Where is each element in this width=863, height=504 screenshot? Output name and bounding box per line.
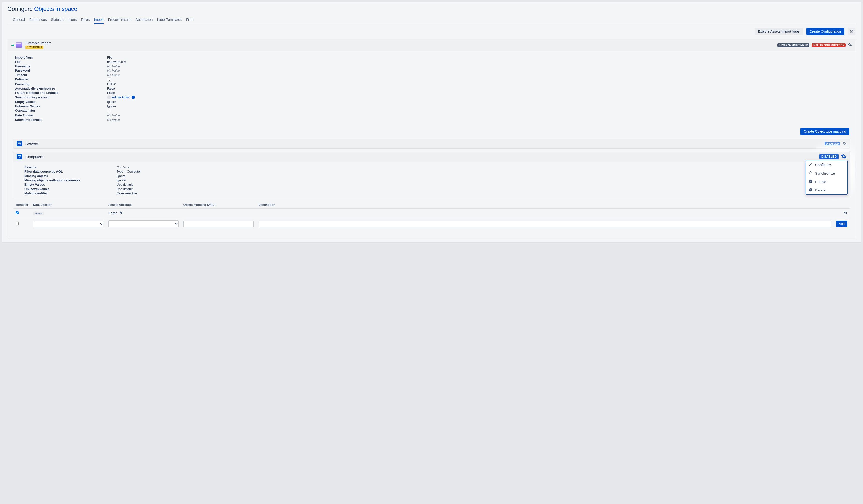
field-value: hardware.csv [107,60,126,64]
tab-icons[interactable]: Icons [68,16,77,24]
data-locator-select[interactable] [33,221,103,227]
field-value: No Value [107,64,120,68]
field-value: No Value [116,165,129,169]
menu-item-configure[interactable]: Configure [806,160,848,169]
field-value: - [107,109,111,113]
field-row: Date/Time FormatNo Value [15,118,849,122]
field-row: Failure Notifications EnabledFalse [15,91,849,95]
field-row: Missing objectsIgnore [24,174,843,178]
object-mapping-input[interactable] [184,221,254,227]
field-label: Selector [24,165,116,169]
computer-icon [17,154,22,159]
field-label: Automatically synchronize [15,87,107,90]
tab-automation[interactable]: Automation [136,16,153,24]
field-row: Match IdentifierCase sensitive [24,191,843,196]
tab-bar: GeneralReferencesStatusesIconsRolesImpor… [8,15,855,24]
tab-references[interactable]: References [29,16,47,24]
field-row: UsernameNo Value [15,64,849,68]
field-row: Empty ValuesIgnore [15,100,849,104]
field-value: No Value [107,114,120,117]
menu-item-delete[interactable]: Delete [806,186,848,194]
tab-files[interactable]: Files [186,16,193,24]
menu-item-synchronize[interactable]: Synchronize [806,169,848,178]
identifier-checkbox[interactable] [15,222,18,225]
field-value: Use default [116,187,133,191]
field-label: Delimiter [15,77,107,81]
field-label: Synchronizing account [15,95,107,100]
gear-icon[interactable] [841,154,846,160]
create-configuration-button[interactable]: Create Configuration [806,28,845,35]
field-value: No Value [107,69,120,73]
servers-section-header[interactable]: Servers DISABLED [13,139,850,148]
attribute-mapping-table-wrap: Identifier Data Locator Assets Attribute… [13,201,850,233]
menu-item-label: Delete [815,188,825,192]
data-locator-chip: Name [33,211,44,216]
title-prefix: Configure [8,5,33,12]
identifier-checkbox[interactable] [15,211,18,215]
explore-apps-button[interactable]: Explore Assets Import Apps [755,28,803,35]
computers-section-header[interactable]: Computers DISABLED [13,152,850,162]
field-label: Username [15,64,107,68]
field-value: Type = Computer [116,170,141,173]
arrow-right-icon: ➔ [11,43,14,48]
create-object-type-mapping-button[interactable]: Create Object type mapping [800,128,849,135]
field-row: Filehardware.csv [15,60,849,64]
import-title-block: Example import CSV IMPORT [25,41,51,49]
servers-section-title: Servers [25,142,38,146]
field-row: PasswordNo Value [15,68,849,73]
field-row: Empty ValuesUse default [24,182,843,187]
field-row: Filter data source by AQLType = Computer [24,169,843,174]
tab-process-results[interactable]: Process results [108,16,131,24]
computers-section-content: SelectorNo ValueFilter data source by AQ… [13,162,850,198]
menu-item-enable[interactable]: Enable [806,178,848,186]
import-name: Example import [25,41,51,45]
field-row: Date FormatNo Value [15,113,849,118]
user-link[interactable]: Admin Admin [112,95,130,99]
field-value: , [107,77,111,81]
field-value: Ignore [107,104,116,108]
field-value: Use default [116,183,133,186]
info-icon[interactable]: i [132,95,135,99]
edit-icon [809,163,813,167]
tab-statuses[interactable]: Statuses [51,16,64,24]
field-label: Date Format [15,114,107,117]
field-value: Admin Admini [107,95,135,100]
avatar [107,95,111,99]
open-external-icon[interactable] [848,28,855,35]
tab-roles[interactable]: Roles [81,16,90,24]
tag-icon [120,211,123,215]
add-button[interactable]: Add [836,221,848,227]
field-value: File [107,56,112,59]
field-row: SelectorNo Value [24,165,843,169]
assets-attribute-select[interactable] [108,220,178,227]
field-label: Missing objects outbound references [24,178,116,182]
field-value: Ignore [107,100,116,104]
tab-import[interactable]: Import [94,16,104,24]
gear-icon[interactable] [842,141,846,146]
table-row: Name Name [13,208,850,218]
assets-attribute-value: Name [108,211,117,215]
gear-icon[interactable] [848,43,852,48]
field-label: Empty Values [24,183,116,186]
field-label: Unknown Values [24,187,116,191]
field-row: Unknown ValuesUse default [24,187,843,191]
gear-icon[interactable] [844,211,848,216]
attribute-mapping-table: Identifier Data Locator Assets Attribute… [13,201,850,230]
field-label: Date/Time Format [15,118,107,121]
field-label: Encoding [15,82,107,86]
field-label: File [15,60,107,64]
description-input[interactable] [259,221,831,227]
tab-label-templates[interactable]: Label Templates [157,16,182,24]
col-description: Description [256,201,834,209]
import-field-list: Import fromFileFilehardware.csvUsernameN… [8,51,855,126]
field-label: Filter data source by AQL [24,170,116,173]
sync-icon [809,171,813,176]
field-row: Unknown ValuesIgnore [15,104,849,108]
package-icon [16,42,22,48]
field-label: Password [15,69,107,73]
svg-rect-1 [18,144,21,145]
disabled-lozenge: DISABLED [820,154,839,159]
tab-general[interactable]: General [13,16,25,24]
field-label: Timeout [15,73,107,77]
server-icon [17,141,22,146]
